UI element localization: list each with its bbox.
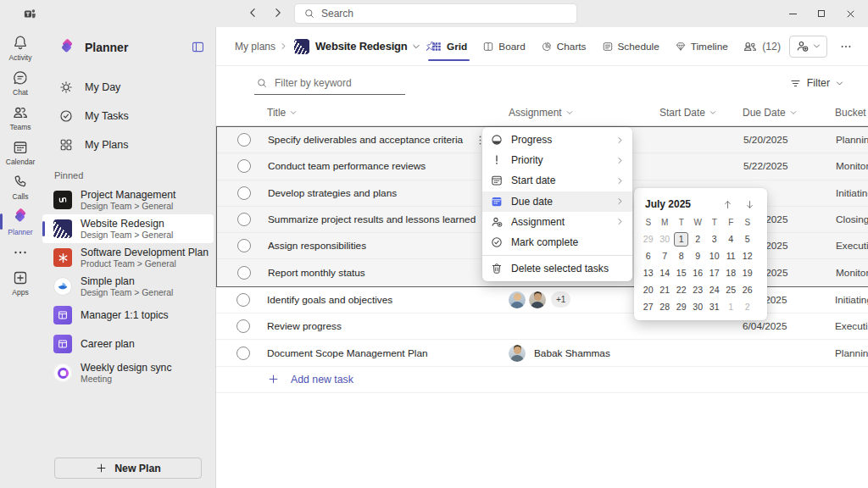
sidebar-plan-website-redesign[interactable]: Website RedesignDesign Team > General bbox=[42, 214, 214, 243]
column-header-title[interactable]: Title bbox=[267, 107, 509, 119]
calendar-day[interactable]: 9 bbox=[690, 247, 707, 264]
menu-item-mark-complete[interactable]: Mark complete bbox=[482, 232, 632, 252]
column-header-due-date[interactable]: Due Date bbox=[743, 107, 835, 119]
task-row[interactable]: Document Scope Management PlanBabak Sham… bbox=[216, 340, 868, 366]
rail-item-chat[interactable]: Chat bbox=[0, 65, 41, 100]
calendar-day[interactable]: 7 bbox=[657, 247, 674, 264]
calendar-day[interactable]: 1 bbox=[673, 230, 690, 247]
task-checkbox[interactable] bbox=[237, 186, 251, 200]
rail-item-planner[interactable]: Planner bbox=[0, 204, 41, 239]
sidebar-plan-simple-plan[interactable]: Simple planDesign Team > General bbox=[42, 272, 214, 301]
calendar-day[interactable]: 16 bbox=[690, 264, 707, 281]
nav-forward-icon[interactable] bbox=[271, 6, 285, 19]
breadcrumb-my-plans[interactable]: My plans bbox=[235, 41, 275, 53]
task-checkbox[interactable] bbox=[237, 239, 251, 252]
calendar-day[interactable]: 15 bbox=[673, 264, 690, 281]
close-button[interactable] bbox=[836, 0, 865, 27]
calendar-next-icon[interactable] bbox=[744, 199, 755, 210]
task-checkbox[interactable] bbox=[237, 213, 251, 226]
task-checkbox[interactable] bbox=[236, 347, 250, 360]
calendar-day[interactable]: 17 bbox=[706, 264, 723, 281]
rail-item-more[interactable] bbox=[0, 239, 41, 265]
tab-board[interactable]: Board bbox=[482, 27, 525, 65]
rail-item-calendar[interactable]: Calendar bbox=[0, 135, 41, 169]
calendar-day[interactable]: 26 bbox=[739, 281, 756, 298]
rail-item-activity[interactable]: Activity bbox=[0, 30, 41, 65]
calendar-day[interactable]: 12 bbox=[739, 247, 756, 264]
minimize-button[interactable] bbox=[778, 0, 807, 27]
sidebar-plan-project-management[interactable]: Project ManagementDesign Team > General bbox=[42, 186, 214, 214]
column-header-start-date[interactable]: Start Date bbox=[659, 107, 743, 119]
calendar-day[interactable]: 6 bbox=[640, 247, 657, 264]
add-member-button[interactable] bbox=[789, 36, 827, 58]
calendar-day[interactable]: 10 bbox=[706, 247, 723, 264]
calendar-day[interactable]: 2 bbox=[739, 298, 756, 315]
task-checkbox[interactable] bbox=[237, 133, 251, 147]
column-header-assignment[interactable]: Assignment bbox=[509, 107, 659, 119]
sidebar-plan-weekly-design-sync[interactable]: Weekly design syncMeeting bbox=[42, 358, 214, 387]
filter-keyword-input[interactable]: Filter by keyword bbox=[254, 72, 405, 95]
menu-item-start-date[interactable]: Start date bbox=[482, 170, 632, 191]
menu-item-progress[interactable]: Progress bbox=[482, 130, 632, 150]
task-row[interactable]: Identify goals and objectives+16/03/2025… bbox=[216, 287, 868, 313]
calendar-day[interactable]: 5 bbox=[739, 230, 756, 247]
tab-timeline[interactable]: Timeline bbox=[675, 27, 728, 65]
calendar-day[interactable]: 29 bbox=[673, 298, 690, 315]
sidebar-plan-software-development-plan[interactable]: Software Development PlanProduct Team > … bbox=[42, 243, 214, 272]
filter-button[interactable]: Filter bbox=[789, 77, 844, 90]
calendar-day[interactable]: 18 bbox=[723, 264, 740, 281]
menu-item-priority[interactable]: Priority bbox=[482, 150, 632, 170]
calendar-day[interactable]: 30 bbox=[690, 298, 707, 315]
calendar-day[interactable]: 28 bbox=[657, 298, 674, 315]
calendar-day[interactable]: 19 bbox=[739, 264, 756, 281]
tab-charts[interactable]: Charts bbox=[541, 27, 587, 65]
sidebar-item-my-tasks[interactable]: My Tasks bbox=[41, 102, 215, 130]
sidebar-plan-career-plan[interactable]: Career plan bbox=[42, 330, 214, 358]
calendar-day[interactable]: 4 bbox=[723, 230, 740, 247]
task-checkbox[interactable] bbox=[236, 293, 250, 307]
menu-item-assignment[interactable]: Assignment bbox=[482, 212, 632, 232]
members-button[interactable]: (12) bbox=[743, 39, 781, 54]
tab-grid[interactable]: Grid bbox=[431, 27, 467, 65]
maximize-button[interactable] bbox=[807, 0, 836, 27]
calendar-day[interactable]: 8 bbox=[673, 247, 690, 264]
calendar-day[interactable]: 27 bbox=[640, 298, 657, 315]
new-plan-button[interactable]: New Plan bbox=[54, 458, 202, 479]
calendar-day[interactable]: 21 bbox=[657, 281, 674, 298]
sidebar-item-my-day[interactable]: My Day bbox=[41, 73, 215, 102]
add-new-task-button[interactable]: Add new task bbox=[216, 367, 868, 393]
calendar-day[interactable]: 11 bbox=[723, 247, 740, 264]
task-checkbox[interactable] bbox=[236, 319, 250, 333]
calendar-day[interactable]: 1 bbox=[723, 298, 740, 315]
calendar-day[interactable]: 23 bbox=[690, 281, 707, 298]
calendar-day[interactable]: 29 bbox=[640, 230, 657, 247]
collapse-sidebar-icon[interactable] bbox=[191, 40, 205, 54]
menu-item-due-date[interactable]: Due date bbox=[482, 191, 632, 212]
calendar-day[interactable]: 13 bbox=[640, 264, 657, 281]
rail-item-apps[interactable]: Apps bbox=[0, 265, 41, 300]
menu-item-delete-selected-tasks[interactable]: Delete selected tasks bbox=[482, 258, 632, 279]
calendar-day[interactable]: 25 bbox=[723, 281, 740, 298]
rail-item-calls[interactable]: Calls bbox=[0, 169, 41, 204]
calendar-day[interactable]: 30 bbox=[657, 230, 674, 247]
more-options-icon[interactable] bbox=[836, 40, 856, 53]
sidebar-item-my-plans[interactable]: My Plans bbox=[41, 130, 215, 159]
nav-back-icon[interactable] bbox=[246, 6, 259, 19]
calendar-day[interactable]: 3 bbox=[706, 230, 723, 247]
calendar-day[interactable]: 24 bbox=[706, 281, 723, 298]
task-checkbox[interactable] bbox=[237, 266, 251, 280]
calendar-day[interactable]: 14 bbox=[657, 264, 674, 281]
sidebar-plan-manager-1-1-topics[interactable]: Manager 1:1 topics bbox=[42, 301, 214, 330]
task-row[interactable]: Review progress6/04/2025Executing bbox=[216, 313, 868, 340]
task-checkbox[interactable] bbox=[237, 159, 251, 173]
rail-item-teams[interactable]: Teams bbox=[0, 100, 41, 135]
calendar-day[interactable]: 22 bbox=[673, 281, 690, 298]
search-input[interactable]: Search bbox=[295, 4, 576, 23]
chevron-down-icon[interactable] bbox=[411, 42, 421, 52]
calendar-day[interactable]: 2 bbox=[690, 230, 707, 247]
column-header-bucket[interactable]: Bucket bbox=[835, 107, 868, 119]
calendar-prev-icon[interactable] bbox=[722, 199, 733, 210]
tab-schedule[interactable]: Schedule bbox=[602, 27, 659, 65]
calendar-day[interactable]: 31 bbox=[706, 298, 723, 315]
calendar-day[interactable]: 20 bbox=[640, 281, 657, 298]
